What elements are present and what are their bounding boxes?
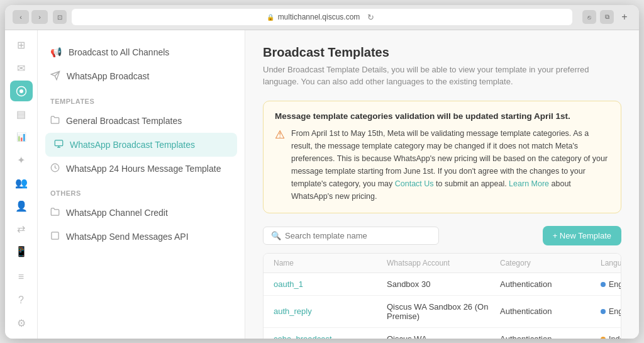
window-icon[interactable]: ⊡: [53, 10, 67, 24]
icon-sidebar: ⊞ ✉ ▤ 📊 ✦ 👥 👤 ⇄ 📱 ≡ ? ⚙: [5, 30, 38, 339]
table-header: Name Whatsapp Account Category Languages: [264, 254, 621, 273]
contact-us-link[interactable]: Contact Us: [395, 179, 434, 188]
template-category-2: Authentication: [500, 334, 601, 339]
general-templates-icon: [50, 115, 60, 127]
url-text: multichannel.qiscus.com: [278, 13, 360, 21]
alert-banner: Message template categories validation w…: [263, 101, 621, 213]
svg-rect-4: [55, 140, 63, 145]
templates-table: Name Whatsapp Account Category Languages…: [263, 253, 621, 339]
broadcast-all-label: Broadcast to All Channels: [69, 47, 169, 57]
svg-point-1: [19, 89, 23, 93]
channel-credit-label: WhatsApp Channel Credit: [66, 208, 168, 218]
table-row: auth_reply Qiscus WA Sandbox 26 (On Prem…: [264, 296, 621, 328]
sidebar-icon-chart[interactable]: 📊: [10, 127, 33, 147]
browser-window: ‹ › ⊡ 🔒 multichannel.qiscus.com ↻ ⎋ ⧉ + …: [5, 5, 639, 339]
nav-whatsapp-24h[interactable]: WhatsApp 24 Hours Message Template: [38, 157, 245, 181]
general-templates-label: General Broadcast Templates: [66, 116, 182, 126]
nav-whatsapp-broadcast[interactable]: WhatsApp Broadcast: [38, 64, 245, 89]
sidebar-icon-group[interactable]: 👥: [10, 172, 33, 193]
sidebar-icon-layers[interactable]: ≡: [10, 267, 33, 287]
whatsapp-broadcast-label: WhatsApp Broadcast: [67, 71, 150, 81]
sidebar-icon-user[interactable]: 👤: [10, 196, 33, 216]
send-messages-icon: [50, 231, 60, 242]
lang-dot-0: [601, 282, 606, 287]
warning-triangle-icon: ⚠: [275, 128, 285, 203]
nav-whatsapp-templates[interactable]: WhatsApp Broadcast Templates: [45, 133, 237, 157]
template-account-2: Qiscus WA: [387, 334, 500, 339]
new-tab-button[interactable]: +: [618, 10, 631, 24]
template-name-link-2[interactable]: coba_broadcast: [274, 334, 332, 339]
nav-sidebar: 📢 Broadcast to All Channels WhatsApp Bro…: [38, 30, 245, 339]
whatsapp-24h-icon: [50, 163, 60, 174]
sidebar-icon-help[interactable]: ?: [10, 290, 33, 310]
nav-general-templates[interactable]: General Broadcast Templates: [38, 109, 245, 133]
page-title: Broadcast Templates: [263, 45, 621, 60]
reload-button[interactable]: ↻: [364, 10, 377, 24]
search-input-wrap: 🔍: [263, 227, 439, 245]
others-section-label: OTHERS: [38, 181, 245, 201]
credit-folder-icon: [50, 207, 60, 216]
templates-section-label: TEMPLATES: [38, 89, 245, 109]
template-account-0: Sandbox 30: [387, 279, 500, 289]
whatsapp-templates-label: WhatsApp Broadcast Templates: [70, 140, 195, 150]
back-button[interactable]: ‹: [13, 10, 29, 24]
whatsapp-broadcast-icon: [50, 70, 60, 82]
browser-nav: ‹ ›: [13, 10, 48, 24]
sidebar-icon-broadcast[interactable]: [10, 81, 33, 101]
alert-mid-text: to submit an appeal.: [436, 179, 509, 188]
alert-body: ⚠ From April 1st to May 15th, Meta will …: [275, 127, 609, 203]
folder-icon: [50, 115, 60, 125]
template-icon: [54, 139, 64, 149]
main-content: Broadcast Templates Under Broadcast Temp…: [245, 30, 639, 339]
template-language-2: Indonesian: [601, 335, 621, 339]
page-subtitle: Under Broadcast Template Details, you wi…: [263, 64, 621, 88]
sidebar-icon-grid[interactable]: ⊞: [10, 35, 33, 55]
broadcast-svg-icon: [16, 86, 27, 97]
template-category-1: Authentication: [500, 306, 601, 316]
new-template-button[interactable]: + New Template: [543, 226, 621, 245]
template-category-0: Authentication: [500, 279, 601, 289]
col-account: Whatsapp Account: [387, 259, 500, 267]
nav-send-messages[interactable]: WhatsApp Send Messages API: [38, 225, 245, 249]
template-name-link-1[interactable]: auth_reply: [274, 306, 312, 316]
new-window-button[interactable]: ⧉: [600, 10, 614, 24]
whatsapp-templates-icon: [54, 139, 64, 150]
sidebar-icon-connect[interactable]: ✦: [10, 150, 33, 170]
col-languages: Languages: [601, 259, 621, 267]
template-name-link-0[interactable]: oauth_1: [274, 279, 303, 289]
channel-credit-icon: [50, 207, 60, 218]
api-icon: [50, 231, 60, 240]
lock-icon: 🔒: [267, 14, 274, 21]
browser-chrome: ‹ › ⊡ 🔒 multichannel.qiscus.com ↻ ⎋ ⧉ +: [5, 5, 639, 30]
search-row: 🔍 + New Template: [263, 226, 621, 245]
sidebar-icon-translate[interactable]: ⇄: [10, 218, 33, 239]
clock-icon: [50, 163, 60, 172]
chrome-actions: ⎋ ⧉ +: [582, 10, 631, 24]
sidebar-icon-settings[interactable]: ⚙: [10, 313, 33, 333]
table-row: oauth_1 Sandbox 30 Authentication Englis…: [264, 273, 621, 296]
sidebar-icon-phone[interactable]: 📱: [10, 242, 33, 262]
svg-rect-8: [52, 232, 58, 239]
lang-dot-2: [601, 337, 606, 339]
template-language-0: English: [601, 280, 621, 289]
template-language-1: English: [601, 307, 621, 316]
whatsapp-24h-label: WhatsApp 24 Hours Message Template: [66, 164, 221, 174]
nav-broadcast-all[interactable]: 📢 Broadcast to All Channels: [38, 40, 245, 64]
sidebar-icon-mail[interactable]: ✉: [10, 58, 33, 78]
search-input[interactable]: [285, 231, 431, 240]
template-account-1: Qiscus WA Sandbox 26 (On Premise): [387, 302, 500, 321]
alert-title: Message template categories validation w…: [275, 111, 609, 121]
table-row: coba_broadcast Qiscus WA Authentication …: [264, 328, 621, 339]
lang-dot-1: [601, 309, 606, 314]
app-body: ⊞ ✉ ▤ 📊 ✦ 👥 👤 ⇄ 📱 ≡ ? ⚙ 📢 Bro: [5, 30, 639, 339]
nav-channel-credit[interactable]: WhatsApp Channel Credit: [38, 201, 245, 225]
col-name: Name: [274, 259, 387, 267]
share-button[interactable]: ⎋: [582, 10, 596, 24]
address-bar[interactable]: 🔒 multichannel.qiscus.com ↻: [72, 9, 572, 25]
broadcast-all-icon: 📢: [50, 47, 62, 58]
learn-more-link[interactable]: Learn More: [509, 179, 549, 188]
forward-button[interactable]: ›: [31, 10, 48, 24]
send-messages-label: WhatsApp Send Messages API: [66, 232, 189, 242]
alert-text-content: From April 1st to May 15th, Meta will be…: [291, 127, 609, 203]
sidebar-icon-chat[interactable]: ▤: [10, 104, 33, 124]
